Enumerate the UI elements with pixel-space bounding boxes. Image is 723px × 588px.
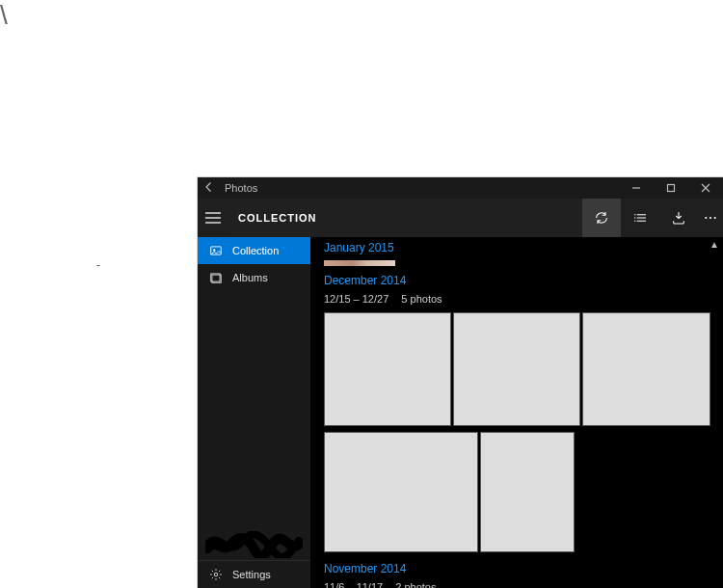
import-button[interactable] — [659, 199, 698, 237]
hamburger-button[interactable] — [198, 199, 228, 237]
photo-thumbnail[interactable] — [453, 312, 580, 426]
photo-thumbnail[interactable] — [324, 312, 451, 426]
sidebar-item-albums[interactable]: Albums — [198, 264, 310, 291]
stray-glyph: \ — [0, 0, 8, 31]
photo-thumbnail[interactable] — [324, 432, 478, 552]
month-meta: 11/6 – 11/17 2 photos — [324, 581, 710, 588]
photo-thumbnail[interactable] — [324, 260, 395, 266]
back-button[interactable] — [203, 181, 215, 195]
redacted-scribble — [205, 531, 303, 560]
collection-icon — [207, 244, 225, 257]
sidebar: Collection Albums Settings — [198, 237, 310, 588]
sidebar-item-collection[interactable]: Collection — [198, 237, 310, 264]
command-bar: COLLECTION — [198, 199, 723, 237]
svg-rect-0 — [668, 185, 675, 192]
collection-content[interactable]: ▲ January 2015 December 2014 12/15 – 12/… — [310, 237, 723, 588]
month-header[interactable]: January 2015 — [324, 241, 710, 254]
svg-point-2 — [710, 217, 711, 219]
date-range: 12/15 – 12/27 — [324, 293, 388, 305]
photo-thumbnail[interactable] — [480, 432, 575, 552]
scroll-caret-icon[interactable]: ▲ — [710, 239, 719, 250]
stray-dash: - — [96, 258, 100, 272]
albums-icon — [207, 271, 225, 284]
svg-point-8 — [214, 573, 218, 576]
thumbnail-row — [324, 312, 710, 426]
photo-thumbnail[interactable] — [582, 312, 710, 426]
photos-window: Photos COLLECTION — [198, 177, 723, 588]
more-button[interactable] — [698, 199, 723, 237]
photo-count: 5 photos — [401, 293, 442, 305]
title-bar: Photos — [198, 177, 723, 199]
date-range: 11/6 – 11/17 — [324, 581, 383, 588]
svg-point-5 — [213, 249, 215, 251]
app-body: Collection Albums Settings ▲ Jan — [198, 237, 723, 588]
close-button[interactable] — [688, 177, 723, 199]
month-header[interactable]: December 2014 — [324, 274, 710, 287]
app-title: Photos — [225, 182, 257, 194]
view-title: COLLECTION — [228, 199, 582, 237]
svg-point-1 — [705, 217, 707, 219]
svg-point-3 — [714, 217, 716, 219]
sidebar-item-label: Collection — [232, 245, 279, 256]
select-button[interactable] — [621, 199, 659, 237]
maximize-button[interactable] — [654, 177, 688, 199]
sidebar-item-settings[interactable]: Settings — [198, 560, 310, 588]
sidebar-item-label: Settings — [232, 569, 271, 580]
photo-count: 2 photos — [395, 581, 436, 588]
gear-icon — [207, 568, 225, 581]
thumbnail-row — [324, 432, 710, 552]
month-header[interactable]: November 2014 — [324, 562, 710, 575]
sidebar-item-label: Albums — [232, 272, 268, 283]
month-meta: 12/15 – 12/27 5 photos — [324, 293, 710, 305]
refresh-button[interactable] — [582, 199, 621, 237]
minimize-button[interactable] — [619, 177, 654, 199]
